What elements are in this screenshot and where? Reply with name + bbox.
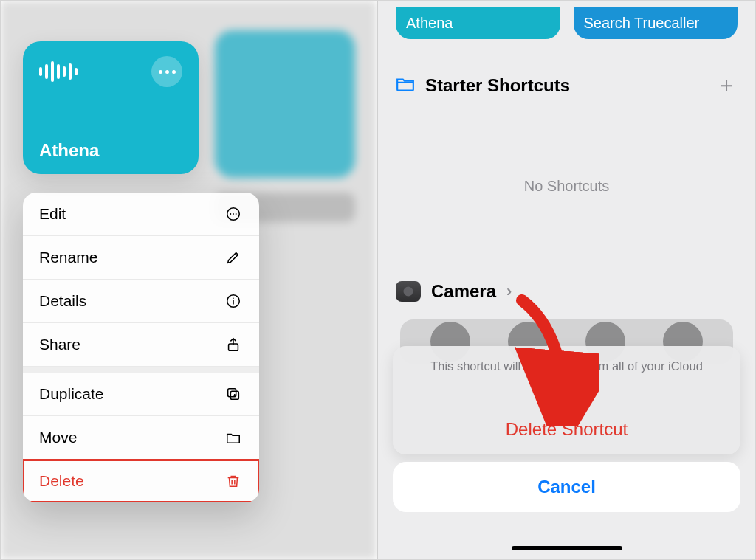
- ellipsis-circle-icon: [224, 204, 243, 224]
- folder-icon: [224, 428, 243, 447]
- camera-icon: [396, 281, 421, 302]
- menu-label: Move: [39, 429, 77, 446]
- menu-label: Edit: [39, 205, 66, 223]
- empty-state-label: No Shortcuts: [378, 178, 755, 195]
- menu-item-move[interactable]: Move: [23, 416, 259, 460]
- shortcut-context-menu: Edit Rename Details Share: [23, 193, 259, 502]
- waveform-icon: [39, 61, 78, 82]
- folder-title: Starter Shortcuts: [425, 75, 705, 96]
- svg-point-2: [233, 213, 234, 215]
- camera-section-header[interactable]: Camera ›: [396, 281, 738, 302]
- delete-shortcut-button[interactable]: Delete Shortcut: [393, 404, 740, 454]
- tile-label: Search Truecaller: [584, 15, 700, 32]
- svg-point-1: [230, 213, 231, 215]
- shortcut-tiles-row: Athena Search Truecaller: [396, 7, 738, 39]
- duplicate-icon: [224, 384, 243, 404]
- plus-icon[interactable]: ＋: [715, 70, 738, 100]
- svg-point-6: [233, 298, 233, 299]
- shortcut-tile-truecaller[interactable]: Search Truecaller: [574, 7, 738, 39]
- svg-point-3: [236, 213, 237, 215]
- shortcut-card-athena[interactable]: Athena: [23, 41, 199, 174]
- shortcut-tile-athena[interactable]: Athena: [396, 7, 560, 39]
- menu-item-rename[interactable]: Rename: [23, 236, 259, 280]
- menu-item-details[interactable]: Details: [23, 280, 259, 323]
- menu-item-edit[interactable]: Edit: [23, 193, 259, 236]
- menu-label: Share: [39, 336, 80, 353]
- shortcut-card-title: Athena: [39, 140, 182, 161]
- menu-label: Details: [39, 292, 86, 310]
- left-screenshot: Athena Edit Rename Details: [1, 1, 378, 559]
- menu-label: Duplicate: [39, 385, 104, 403]
- menu-label: Rename: [39, 249, 97, 266]
- menu-item-delete[interactable]: Delete: [23, 460, 259, 502]
- more-options-button[interactable]: [151, 56, 182, 87]
- menu-item-duplicate[interactable]: Duplicate: [23, 373, 259, 416]
- tile-label: Athena: [406, 15, 453, 32]
- menu-label: Delete: [39, 472, 84, 490]
- menu-item-share[interactable]: Share: [23, 323, 259, 367]
- info-circle-icon: [224, 291, 243, 311]
- share-icon: [224, 335, 243, 354]
- folder-outline-icon: [396, 76, 415, 95]
- chevron-right-icon: ›: [506, 282, 512, 301]
- sheet-message: This shortcut will be deleted from all o…: [393, 346, 740, 404]
- trash-icon: [224, 471, 243, 491]
- cancel-button[interactable]: Cancel: [393, 462, 740, 512]
- delete-action-sheet: This shortcut will be deleted from all o…: [393, 346, 740, 512]
- pencil-icon: [224, 248, 243, 267]
- menu-divider: [23, 367, 259, 373]
- camera-label: Camera: [431, 281, 496, 302]
- right-screenshot: Athena Search Truecaller Starter Shortcu…: [378, 1, 755, 559]
- home-indicator: [512, 546, 622, 550]
- starter-shortcuts-folder[interactable]: Starter Shortcuts ＋: [396, 70, 738, 100]
